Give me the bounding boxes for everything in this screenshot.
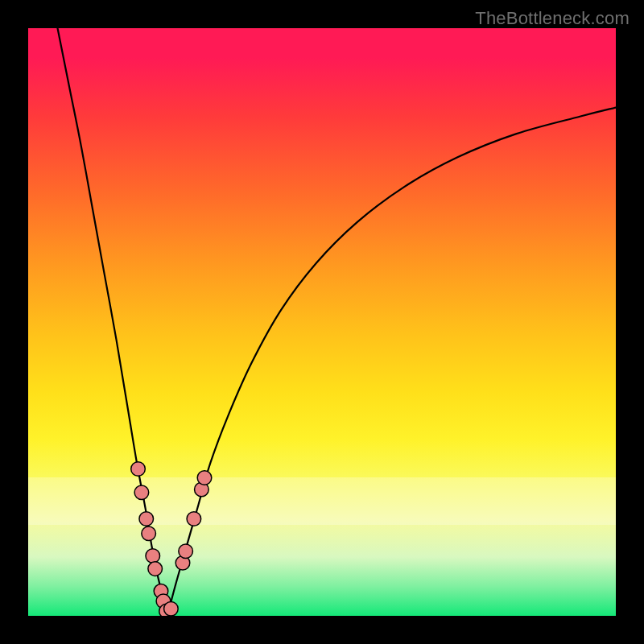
marker-group — [131, 462, 212, 616]
data-marker — [164, 601, 179, 616]
data-marker — [146, 549, 160, 564]
data-marker — [187, 512, 201, 526]
plot-area — [28, 28, 616, 616]
data-marker — [142, 526, 156, 541]
data-marker — [148, 562, 163, 576]
curve-group — [58, 28, 617, 616]
data-marker — [197, 471, 212, 485]
data-marker — [139, 512, 154, 526]
chart-svg — [28, 28, 616, 616]
watermark-text: TheBottleneck.com — [475, 8, 630, 29]
bottleneck-curve — [58, 28, 617, 616]
data-marker — [179, 544, 193, 559]
data-marker — [134, 485, 149, 500]
data-marker — [131, 462, 146, 477]
